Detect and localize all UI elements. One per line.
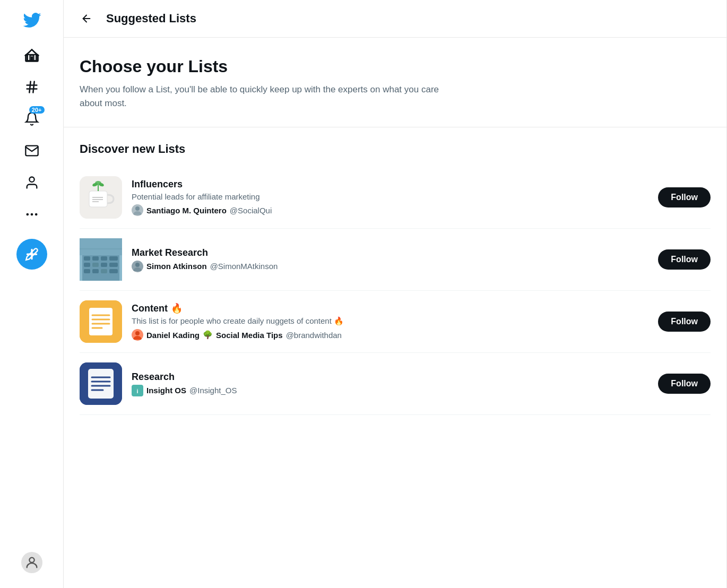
main-content: Suggested Lists Choose your Lists When y… (64, 0, 727, 588)
hero-description: When you follow a List, you'll be able t… (80, 83, 440, 110)
page-header: Suggested Lists (64, 0, 726, 38)
list-thumb-influencers (80, 176, 122, 219)
svg-point-45 (135, 331, 140, 335)
list-owner-research: i Insight OS @Insight_OS (132, 385, 645, 396)
svg-rect-29 (109, 263, 118, 267)
owner2-name-content: Social Media Tips (216, 331, 283, 340)
discover-section: Discover new Lists (64, 127, 726, 415)
owner-handle-influencers: @SocialQui (230, 206, 272, 215)
svg-rect-33 (109, 269, 118, 273)
owner-handle-research: @Insight_OS (189, 386, 237, 395)
list-owner-market-research: Simon Atkinson @SimonMAtkinson (132, 261, 645, 272)
list-owner-influencers: Santiago M. Quintero @SocialQui (132, 204, 645, 216)
follow-button-content[interactable]: Follow (658, 312, 711, 332)
svg-point-19 (135, 206, 140, 211)
list-name-research: Research (132, 371, 645, 383)
owner-name-research: Insight OS (146, 386, 186, 395)
svg-rect-26 (84, 263, 90, 267)
owner-avatar-market-research (132, 261, 143, 272)
discover-title: Discover new Lists (80, 142, 711, 156)
compose-button[interactable] (16, 239, 47, 270)
list-thumb-content (80, 300, 122, 343)
list-info-influencers: Influencers Potential leads for affiliat… (132, 179, 645, 216)
list-desc-influencers: Potential leads for affiliate marketing (132, 192, 645, 201)
user-avatar[interactable] (21, 552, 42, 573)
list-info-market-research: Market Research Simon Atkinson @SimonMAt… (132, 247, 645, 272)
list-item: Research i Insight OS @Insight_OS Follow (80, 353, 711, 415)
svg-rect-25 (109, 256, 118, 261)
list-item: Market Research Simon Atkinson @SimonMAt… (80, 229, 711, 291)
sidebar-item-notifications[interactable]: 20+ (18, 105, 46, 133)
owner-avatar-content (132, 329, 143, 341)
owner-name-content: Daniel Kading (146, 331, 200, 340)
svg-rect-22 (84, 256, 90, 261)
notification-badge: 20+ (29, 106, 45, 114)
content-owner-emoji: 🌳 (203, 330, 213, 340)
svg-rect-23 (92, 256, 99, 261)
list-name-influencers: Influencers (132, 179, 645, 190)
svg-rect-11 (89, 191, 107, 207)
list-name-content: Content 🔥 (132, 302, 645, 314)
svg-rect-32 (101, 269, 107, 273)
owner-name-influencers: Santiago M. Quintero (146, 206, 227, 215)
owner-handle-market-research: @SimonMAtkinson (210, 262, 278, 271)
back-button[interactable] (76, 8, 97, 29)
page-title: Suggested Lists (106, 12, 196, 25)
svg-rect-47 (88, 369, 114, 399)
svg-line-3 (29, 82, 30, 93)
owner-avatar-influencers (132, 204, 143, 216)
svg-point-37 (135, 263, 140, 267)
sidebar-item-home[interactable] (18, 41, 46, 69)
list-thumb-market-research (80, 238, 122, 281)
list-desc-content: This list is for people who create daily… (132, 316, 645, 326)
svg-rect-39 (89, 308, 112, 335)
sidebar-item-explore[interactable] (18, 73, 46, 101)
hero-section: Choose your Lists When you follow a List… (64, 38, 726, 127)
svg-rect-34 (80, 238, 122, 255)
svg-line-4 (33, 82, 34, 93)
sidebar-item-profile[interactable] (18, 169, 46, 196)
list-item: Influencers Potential leads for affiliat… (80, 167, 711, 229)
list-item: Content 🔥 This list is for people who cr… (80, 291, 711, 353)
sidebar: 20+ (0, 0, 64, 588)
list-info-research: Research i Insight OS @Insight_OS (132, 371, 645, 396)
owner-name-market-research: Simon Atkinson (146, 262, 207, 271)
svg-point-7 (30, 213, 33, 216)
content-emoji: 🔥 (171, 302, 183, 314)
owner-avatar-research: i (132, 385, 143, 396)
sidebar-item-messages[interactable] (18, 137, 46, 165)
svg-rect-28 (101, 263, 107, 267)
svg-point-8 (34, 213, 37, 216)
list-thumb-research (80, 362, 122, 405)
svg-rect-31 (92, 269, 99, 273)
svg-rect-27 (92, 263, 99, 267)
svg-rect-24 (101, 256, 107, 261)
follow-button-market-research[interactable]: Follow (658, 249, 711, 270)
svg-text:i: i (136, 388, 138, 394)
list-info-content: Content 🔥 This list is for people who cr… (132, 302, 645, 341)
svg-point-6 (26, 213, 29, 216)
list-owner-content: Daniel Kading 🌳 Social Media Tips @brand… (132, 329, 645, 341)
hero-title: Choose your Lists (80, 57, 711, 76)
sidebar-item-more[interactable] (18, 201, 46, 228)
owner2-handle-content: @brandwithdan (286, 331, 342, 340)
svg-point-9 (29, 558, 34, 563)
follow-button-research[interactable]: Follow (658, 374, 711, 394)
twitter-logo[interactable] (18, 6, 46, 34)
svg-point-5 (29, 177, 34, 182)
list-name-market-research: Market Research (132, 247, 645, 258)
follow-button-influencers[interactable]: Follow (658, 187, 711, 207)
svg-rect-30 (84, 269, 90, 273)
